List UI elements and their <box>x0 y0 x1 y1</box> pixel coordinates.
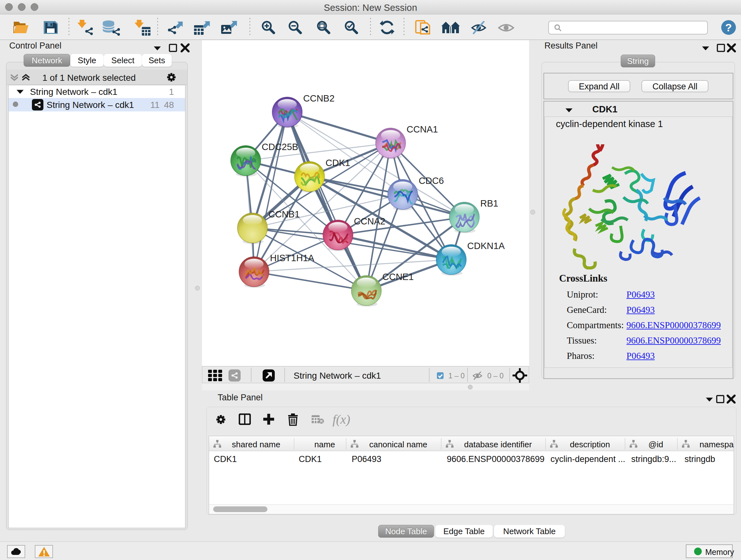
svg-text:CDK1: CDK1 <box>326 158 350 168</box>
svg-text:CDC6: CDC6 <box>419 176 444 186</box>
svg-text:CCNA2: CCNA2 <box>354 216 385 226</box>
svg-text:CDKN1A: CDKN1A <box>467 241 505 251</box>
svg-text:CCNE1: CCNE1 <box>382 272 414 282</box>
svg-text:CCNA1: CCNA1 <box>407 124 438 134</box>
svg-text:RB1: RB1 <box>480 198 498 208</box>
svg-text:CDC25B: CDC25B <box>262 142 298 152</box>
svg-text:HIST1H1A: HIST1H1A <box>270 253 314 263</box>
svg-text:CCNB2: CCNB2 <box>303 93 334 104</box>
svg-text:?: ? <box>725 21 732 34</box>
svg-text:CCNB1: CCNB1 <box>268 209 300 219</box>
